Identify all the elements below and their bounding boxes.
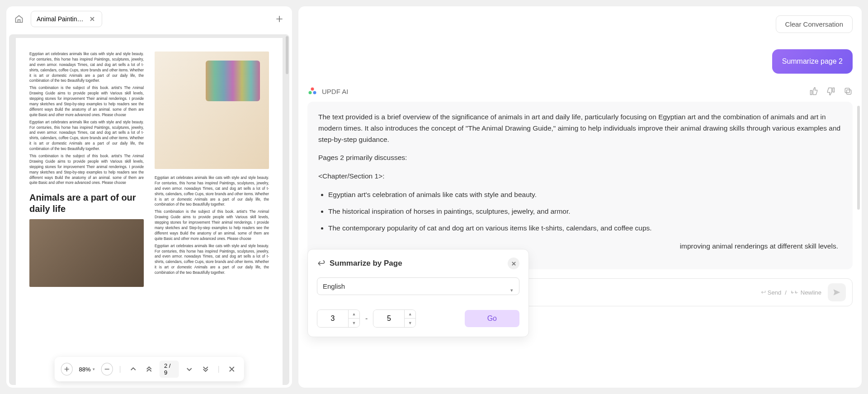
zoom-in-button[interactable] bbox=[61, 363, 73, 375]
chevron-down-icon bbox=[186, 366, 193, 373]
summarize-by-page-popover: Summarize by Page English ▲ ▼ - ▲ bbox=[307, 249, 529, 337]
svg-point-1 bbox=[309, 91, 312, 94]
to-step-down-button[interactable]: ▼ bbox=[405, 319, 415, 327]
close-icon bbox=[511, 261, 516, 266]
from-page-input[interactable] bbox=[317, 310, 348, 327]
language-select[interactable]: English bbox=[317, 277, 519, 295]
page-range-row: ▲ ▼ - ▲ ▼ Go bbox=[317, 310, 519, 328]
pdf-heading: Animals are a part of our daily life bbox=[29, 192, 144, 215]
hint-sep: / bbox=[785, 289, 787, 296]
ai-intro-paragraph: The text provided is a brief overview of… bbox=[318, 112, 842, 145]
thumbs-up-icon bbox=[809, 87, 818, 96]
input-hints: Send / Newline bbox=[760, 289, 821, 296]
ai-bullet-list: Egyptian art's celebration of animals li… bbox=[328, 189, 842, 234]
ai-message-actions bbox=[809, 87, 853, 96]
copy-icon bbox=[844, 87, 853, 96]
ai-message-body: The text provided is a brief overview of… bbox=[307, 102, 853, 269]
pdf-viewport[interactable]: Egyptian art celebrates animals like cat… bbox=[9, 34, 289, 385]
pdf-paragraph: This combination is the subject of this … bbox=[29, 85, 144, 117]
home-icon bbox=[14, 14, 24, 23]
return-icon bbox=[317, 259, 325, 267]
first-page-button[interactable] bbox=[143, 363, 155, 375]
last-page-button[interactable] bbox=[200, 363, 212, 375]
ai-section-label: <Chapter/Section 1>: bbox=[318, 171, 842, 182]
svg-rect-4 bbox=[845, 88, 849, 93]
svg-point-2 bbox=[313, 91, 316, 94]
pdf-toolbar: 88% ▾ | 2 / 9 | bbox=[55, 357, 244, 381]
minus-icon bbox=[104, 366, 110, 372]
from-step-up-button[interactable]: ▲ bbox=[349, 310, 359, 319]
pdf-paragraph: Egyptian art celebrates animals like cat… bbox=[155, 244, 269, 276]
chevron-double-down-icon bbox=[202, 366, 209, 373]
thumbs-down-button[interactable] bbox=[826, 87, 835, 96]
pdf-page: Egyptian art celebrates animals like cat… bbox=[16, 38, 283, 385]
add-tab-button[interactable] bbox=[272, 12, 287, 26]
pdf-panel: Animal Paintin… Egyptian art celebrates … bbox=[6, 6, 292, 388]
plus-icon bbox=[275, 14, 284, 23]
to-page-input[interactable] bbox=[373, 310, 404, 327]
zoom-level[interactable]: 88% ▾ bbox=[77, 366, 97, 373]
from-step-down-button[interactable]: ▼ bbox=[349, 319, 359, 327]
user-message: Summarize page 2 bbox=[772, 49, 853, 74]
popover-header: Summarize by Page bbox=[317, 258, 519, 269]
page-sep: / bbox=[169, 362, 171, 369]
ai-bullet: Egyptian art's celebration of animals li… bbox=[328, 189, 842, 201]
toolbar-separator: | bbox=[216, 365, 221, 373]
thumbs-up-button[interactable] bbox=[809, 87, 818, 96]
updf-logo-icon bbox=[307, 86, 317, 96]
ai-message-header: UPDF AI bbox=[307, 86, 853, 96]
zoom-out-button[interactable] bbox=[101, 363, 113, 375]
zoom-value: 88% bbox=[79, 366, 91, 373]
pdf-image bbox=[155, 52, 269, 169]
document-tab[interactable]: Animal Paintin… bbox=[31, 11, 102, 27]
to-page-stepper: ▲ ▼ bbox=[373, 310, 416, 328]
chevron-double-up-icon bbox=[146, 366, 153, 373]
close-toolbar-button[interactable] bbox=[226, 363, 238, 375]
prev-page-button[interactable] bbox=[127, 363, 139, 375]
pdf-paragraph: This combination is the subject of this … bbox=[29, 154, 144, 186]
tab-close-button[interactable] bbox=[88, 15, 96, 23]
home-button[interactable] bbox=[12, 12, 26, 26]
tab-title: Animal Paintin… bbox=[37, 15, 84, 23]
close-icon bbox=[228, 366, 235, 372]
total-pages: 9 bbox=[164, 369, 167, 376]
copy-button[interactable] bbox=[844, 87, 853, 96]
toolbar-separator: | bbox=[117, 365, 123, 373]
page-indicator[interactable]: 2 / 9 bbox=[160, 361, 179, 378]
thumbs-down-icon bbox=[826, 87, 835, 96]
ai-panel: Clear Conversation Summarize page 2 UPDF… bbox=[298, 6, 862, 388]
close-icon bbox=[90, 16, 95, 22]
send-icon bbox=[832, 288, 841, 297]
svg-rect-3 bbox=[847, 90, 851, 94]
popover-title: Summarize by Page bbox=[330, 259, 402, 268]
pdf-paragraph: Egyptian art celebrates animals like cat… bbox=[29, 52, 144, 84]
pdf-paragraph: Egyptian art celebrates animals like cat… bbox=[29, 120, 144, 152]
svg-point-0 bbox=[311, 88, 314, 91]
plus-icon bbox=[64, 366, 70, 372]
ai-bullet: The contemporary popularity of cat and d… bbox=[328, 223, 842, 234]
range-dash: - bbox=[365, 314, 368, 323]
ai-name-label: UPDF AI bbox=[322, 88, 348, 95]
next-page-button[interactable] bbox=[184, 363, 195, 375]
current-page: 2 bbox=[164, 362, 167, 369]
pdf-image bbox=[29, 219, 144, 287]
send-button[interactable] bbox=[828, 283, 846, 301]
tab-bar: Animal Paintin… bbox=[6, 6, 292, 32]
from-page-stepper: ▲ ▼ bbox=[317, 310, 360, 328]
chevron-down-icon: ▾ bbox=[93, 367, 95, 371]
ai-bullet: The historical inspiration of horses in … bbox=[328, 206, 842, 217]
send-hint: Send bbox=[760, 289, 781, 296]
newline-hint: Newline bbox=[790, 289, 821, 296]
pdf-paragraph: Egyptian art celebrates animals like cat… bbox=[155, 175, 269, 207]
to-step-up-button[interactable]: ▲ bbox=[405, 310, 415, 319]
chevron-up-icon bbox=[129, 366, 137, 373]
shift-enter-icon bbox=[790, 289, 799, 296]
popover-close-button[interactable] bbox=[508, 258, 519, 269]
clear-conversation-button[interactable]: Clear Conversation bbox=[776, 15, 853, 33]
enter-icon bbox=[760, 289, 766, 296]
go-button[interactable]: Go bbox=[465, 310, 519, 327]
ai-subheading: Pages 2 primarily discusses: bbox=[318, 152, 842, 164]
pdf-paragraph: This combination is the subject of this … bbox=[155, 209, 269, 241]
